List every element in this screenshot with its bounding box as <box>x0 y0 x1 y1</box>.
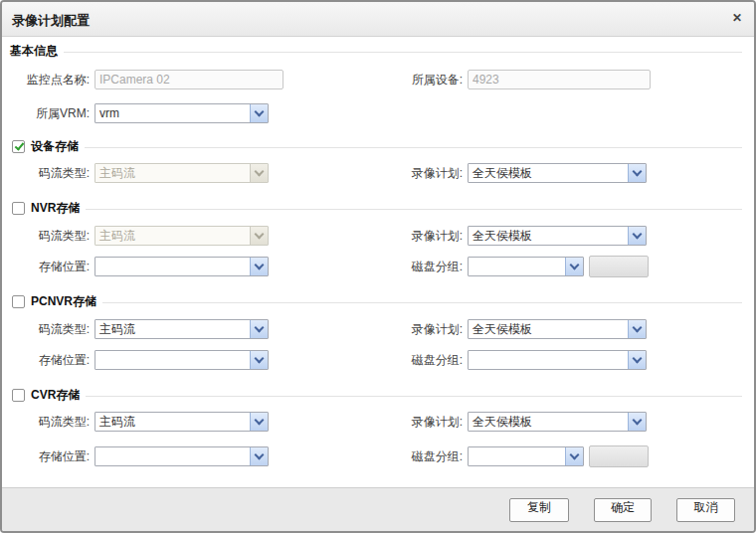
cvr-stream-type-combo[interactable]: 主码流 <box>94 412 269 432</box>
cvr-disk-group-combo[interactable] <box>468 446 584 466</box>
pcnvr-disk-group-value <box>469 351 628 369</box>
chevron-down-icon[interactable] <box>628 320 646 338</box>
chevron-down-icon[interactable] <box>250 258 268 275</box>
nvr-storage-location-value <box>95 258 250 275</box>
nvr-storage-header: NVR存储 <box>12 200 742 216</box>
chevron-down-icon <box>250 164 268 182</box>
record-plan-config-dialog: 录像计划配置 ✕ 基本信息 监控点名称: 所属设备: 所属VRM: vrm 设备… <box>0 0 756 533</box>
record-plan-label: 录像计划: <box>381 319 463 339</box>
dialog-titlebar: 录像计划配置 ✕ <box>2 2 754 37</box>
stream-type-label: 码流类型: <box>8 163 90 183</box>
stream-type-label: 码流类型: <box>8 226 90 246</box>
pcnvr-storage-location-combo[interactable] <box>94 350 269 370</box>
pcnvr-storage-checkbox[interactable] <box>12 295 25 308</box>
device-record-plan-combo[interactable]: 全天侯模板 <box>468 163 647 183</box>
chevron-down-icon[interactable] <box>565 258 583 275</box>
cvr-disk-group-side-button <box>589 445 649 467</box>
device-stream-type-value: 主码流 <box>95 164 250 182</box>
disk-group-label: 磁盘分组: <box>381 350 463 370</box>
device-storage-header: 设备存储 <box>12 138 742 154</box>
pcnvr-record-plan-combo[interactable]: 全天侯模板 <box>468 319 647 339</box>
chevron-down-icon[interactable] <box>250 104 268 122</box>
cvr-storage-checkbox[interactable] <box>12 389 25 402</box>
ok-button[interactable]: 确定 <box>594 498 652 522</box>
pcnvr-storage-title: PCNVR存储 <box>31 293 96 310</box>
nvr-storage-location-combo[interactable] <box>94 257 269 276</box>
device-stream-type-combo: 主码流 <box>94 163 269 183</box>
dialog-footer: 复制 确定 取消 <box>2 487 754 531</box>
nvr-record-plan-value: 全天侯模板 <box>469 227 628 245</box>
chevron-down-icon[interactable] <box>628 413 646 431</box>
disk-group-label: 磁盘分组: <box>381 257 463 276</box>
chevron-down-icon <box>250 227 268 245</box>
device-input <box>468 70 651 89</box>
nvr-stream-type-value: 主码流 <box>95 227 250 245</box>
header-divider <box>86 209 742 210</box>
header-divider <box>64 52 742 53</box>
header-divider <box>85 147 742 148</box>
device-label: 所属设备: <box>381 70 463 89</box>
chevron-down-icon[interactable] <box>250 413 268 431</box>
nvr-storage-title: NVR存储 <box>31 200 80 217</box>
pcnvr-record-plan-value: 全天侯模板 <box>469 320 628 338</box>
cvr-storage-title: CVR存储 <box>31 387 80 404</box>
device-storage-checkbox[interactable] <box>12 140 25 153</box>
pcnvr-storage-header: PCNVR存储 <box>12 293 742 309</box>
vrm-combo-value: vrm <box>95 104 250 122</box>
nvr-disk-group-combo[interactable] <box>468 257 584 276</box>
pcnvr-stream-type-value: 主码流 <box>95 320 250 338</box>
stream-type-label: 码流类型: <box>8 319 90 339</box>
header-divider <box>102 302 742 303</box>
chevron-down-icon[interactable] <box>628 164 646 182</box>
dialog-title: 录像计划配置 <box>12 12 90 30</box>
nvr-storage-checkbox[interactable] <box>12 202 25 215</box>
header-divider <box>86 396 742 397</box>
chevron-down-icon[interactable] <box>250 447 268 465</box>
nvr-record-plan-combo[interactable]: 全天侯模板 <box>468 226 647 246</box>
record-plan-label: 录像计划: <box>381 226 463 246</box>
chevron-down-icon[interactable] <box>628 227 646 245</box>
stream-type-label: 码流类型: <box>8 412 90 432</box>
camera-name-label: 监控点名称: <box>8 70 90 89</box>
nvr-disk-group-side-button <box>589 256 649 277</box>
device-storage-title: 设备存储 <box>31 138 79 155</box>
disk-group-label: 磁盘分组: <box>381 446 463 466</box>
cancel-button[interactable]: 取消 <box>676 498 735 522</box>
basic-info-header: 基本信息 <box>10 43 742 59</box>
storage-location-label: 存储位置: <box>8 446 90 466</box>
pcnvr-disk-group-combo[interactable] <box>468 350 647 370</box>
cvr-stream-type-value: 主码流 <box>95 413 250 431</box>
cvr-storage-location-combo[interactable] <box>94 446 269 466</box>
cvr-record-plan-value: 全天侯模板 <box>469 413 628 431</box>
chevron-down-icon[interactable] <box>250 320 268 338</box>
record-plan-label: 录像计划: <box>381 163 463 183</box>
nvr-stream-type-combo: 主码流 <box>94 226 269 246</box>
chevron-down-icon[interactable] <box>565 447 583 465</box>
cvr-disk-group-value <box>469 447 565 465</box>
basic-info-title: 基本信息 <box>10 43 58 60</box>
vrm-combo[interactable]: vrm <box>94 103 269 123</box>
pcnvr-stream-type-combo[interactable]: 主码流 <box>94 319 269 339</box>
pcnvr-storage-location-value <box>95 351 250 369</box>
nvr-disk-group-value <box>469 258 565 275</box>
close-icon[interactable]: ✕ <box>732 10 742 26</box>
cvr-storage-location-value <box>95 447 250 465</box>
device-record-plan-value: 全天侯模板 <box>469 164 628 182</box>
chevron-down-icon[interactable] <box>250 351 268 369</box>
cvr-record-plan-combo[interactable]: 全天侯模板 <box>468 412 647 432</box>
vrm-label: 所属VRM: <box>8 103 90 123</box>
camera-name-input <box>94 70 284 89</box>
cvr-storage-header: CVR存储 <box>12 387 742 403</box>
storage-location-label: 存储位置: <box>8 257 90 276</box>
storage-location-label: 存储位置: <box>8 350 90 370</box>
record-plan-label: 录像计划: <box>381 412 463 432</box>
copy-button[interactable]: 复制 <box>509 498 569 522</box>
chevron-down-icon[interactable] <box>628 351 646 369</box>
